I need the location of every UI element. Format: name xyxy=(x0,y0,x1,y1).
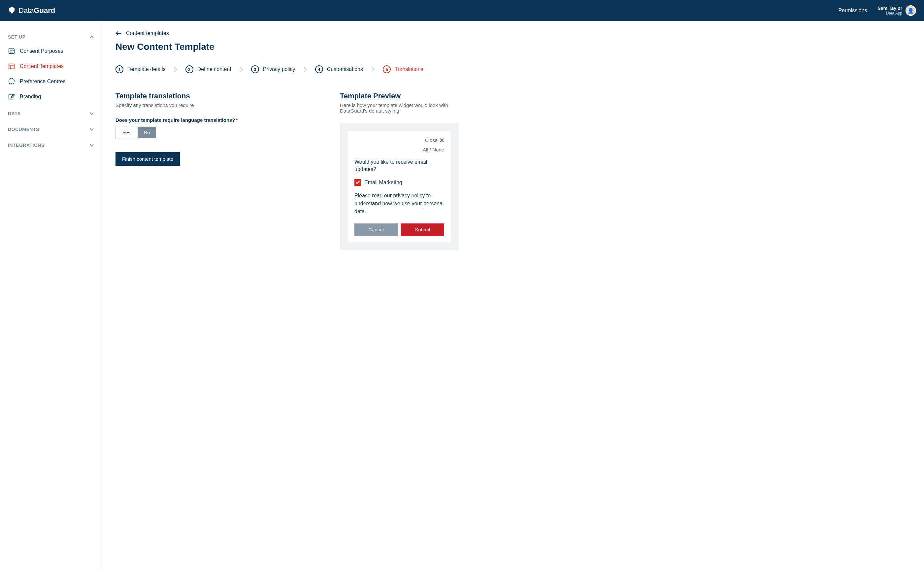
yes-no-toggle: Yes No xyxy=(116,126,157,139)
chevron-right-icon xyxy=(174,66,177,72)
svg-point-8 xyxy=(9,83,10,84)
user-menu[interactable]: Sam Taylor Data App 👤 xyxy=(878,5,916,16)
sidebar-item-branding[interactable]: Branding xyxy=(8,89,94,104)
preview-subtitle: Here is how your template widget would l… xyxy=(340,102,459,114)
widget-cancel-button[interactable]: Cancel xyxy=(355,224,398,236)
step-template-details[interactable]: 1 Template details xyxy=(116,65,166,73)
user-text: Sam Taylor Data App xyxy=(878,6,902,15)
step-label: Define content xyxy=(197,66,231,72)
main-content: Content templates New Content Template 1… xyxy=(102,21,924,571)
step-privacy-policy[interactable]: 3 Privacy policy xyxy=(251,65,295,73)
widget-checkbox-row[interactable]: Email Marketing xyxy=(355,179,444,186)
user-app: Data App xyxy=(878,11,902,15)
sidebar-item-preference-centres[interactable]: Preference Centres xyxy=(8,74,94,89)
nav-section-label: DATA xyxy=(8,111,21,116)
svg-point-10 xyxy=(13,83,14,84)
sliders-icon xyxy=(8,48,15,55)
avatar[interactable]: 👤 xyxy=(905,5,916,16)
translations-subtitle: Specify any translations you require xyxy=(116,102,313,108)
layout-icon xyxy=(8,63,15,70)
nav-section-label: DOCUMENTS xyxy=(8,127,39,132)
sidebar-item-label: Content Templates xyxy=(20,63,64,69)
svg-point-2 xyxy=(13,50,14,51)
toggle-yes-button[interactable]: Yes xyxy=(116,127,136,138)
widget-close-button[interactable]: Close xyxy=(355,137,444,143)
step-translations[interactable]: 5 Translations xyxy=(383,65,423,73)
preview-title: Template Preview xyxy=(340,92,459,100)
step-number: 4 xyxy=(315,65,323,73)
header-right: Permissions Sam Taylor Data App 👤 xyxy=(838,5,916,16)
privacy-policy-link[interactable]: privacy policy xyxy=(393,193,425,198)
svg-point-9 xyxy=(11,83,12,84)
sidebar-item-consent-purposes[interactable]: Consent Purposes xyxy=(8,43,94,59)
step-label: Customisations xyxy=(327,66,363,72)
svg-rect-5 xyxy=(9,64,14,69)
sidebar-item-label: Consent Purposes xyxy=(20,48,63,54)
user-name: Sam Taylor xyxy=(878,6,902,11)
nav-section-label: SET UP xyxy=(8,34,26,40)
widget-buttons: Cancel Submit xyxy=(355,224,444,236)
sidebar: SET UP Consent Purposes Content Template… xyxy=(0,21,102,571)
svg-point-4 xyxy=(10,52,11,52)
chevron-right-icon xyxy=(239,66,243,72)
select-none-link[interactable]: None xyxy=(432,147,444,153)
chevron-right-icon xyxy=(371,66,375,72)
toggle-no-button[interactable]: No xyxy=(137,127,156,138)
chevron-up-icon xyxy=(89,35,94,39)
step-label: Translations xyxy=(395,66,423,72)
stepper: 1 Template details 2 Define content 3 Pr… xyxy=(116,65,911,73)
select-all-link[interactable]: All xyxy=(423,147,428,153)
nav-section-label: INTEGRATIONS xyxy=(8,143,45,148)
brand-logo[interactable]: DataGuard xyxy=(8,6,55,15)
close-icon xyxy=(440,138,444,143)
step-label: Privacy policy xyxy=(263,66,295,72)
widget-question: Would you like to receive email updates? xyxy=(355,159,444,173)
edit-icon xyxy=(8,93,15,100)
sidebar-item-label: Preference Centres xyxy=(20,79,66,85)
widget-submit-button[interactable]: Submit xyxy=(401,224,444,236)
translations-question: Does your template require language tran… xyxy=(116,117,313,123)
shield-icon xyxy=(8,6,16,14)
nav-section-setup[interactable]: SET UP xyxy=(8,30,94,43)
step-customisations[interactable]: 4 Customisations xyxy=(315,65,363,73)
chevron-right-icon xyxy=(303,66,307,72)
chevron-down-icon xyxy=(89,111,94,116)
nav-section-data[interactable]: DATA xyxy=(8,107,94,120)
nav-section-integrations[interactable]: INTEGRATIONS xyxy=(8,139,94,152)
svg-rect-0 xyxy=(9,49,14,54)
step-number: 2 xyxy=(185,65,193,73)
widget-all-none: All / None xyxy=(355,147,444,153)
preview-box: Close All / None Would you like to recei… xyxy=(340,123,459,250)
chevron-down-icon xyxy=(89,127,94,132)
sidebar-item-content-templates[interactable]: Content Templates xyxy=(8,59,94,74)
widget-policy-text: Please read our privacy policy to unders… xyxy=(355,192,444,216)
preview-section: Template Preview Here is how your templa… xyxy=(340,92,459,250)
back-link[interactable]: Content templates xyxy=(116,30,911,36)
step-define-content[interactable]: 2 Define content xyxy=(185,65,231,73)
translations-section: Template translations Specify any transl… xyxy=(116,92,313,166)
step-label: Template details xyxy=(127,66,166,72)
sidebar-item-label: Branding xyxy=(20,94,41,100)
widget-checkbox-label: Email Marketing xyxy=(364,179,402,185)
checkmark-icon xyxy=(356,181,360,184)
top-header: DataGuard Permissions Sam Taylor Data Ap… xyxy=(0,0,924,21)
back-label: Content templates xyxy=(126,30,169,36)
brand-name: DataGuard xyxy=(19,6,55,15)
finish-template-button[interactable]: Finish content template xyxy=(116,152,180,166)
checkbox-checked-icon[interactable] xyxy=(355,179,361,186)
arrow-left-icon xyxy=(116,31,122,35)
preview-widget: Close All / None Would you like to recei… xyxy=(348,131,451,242)
chevron-down-icon xyxy=(89,143,94,148)
step-number: 3 xyxy=(251,65,259,73)
nav-section-documents[interactable]: DOCUMENTS xyxy=(8,123,94,136)
step-number: 5 xyxy=(383,65,391,73)
translations-title: Template translations xyxy=(116,92,313,100)
page-title: New Content Template xyxy=(116,42,911,52)
permissions-link[interactable]: Permissions xyxy=(838,8,867,14)
step-number: 1 xyxy=(116,65,123,73)
close-label: Close xyxy=(425,137,438,143)
cloud-icon xyxy=(8,78,15,85)
